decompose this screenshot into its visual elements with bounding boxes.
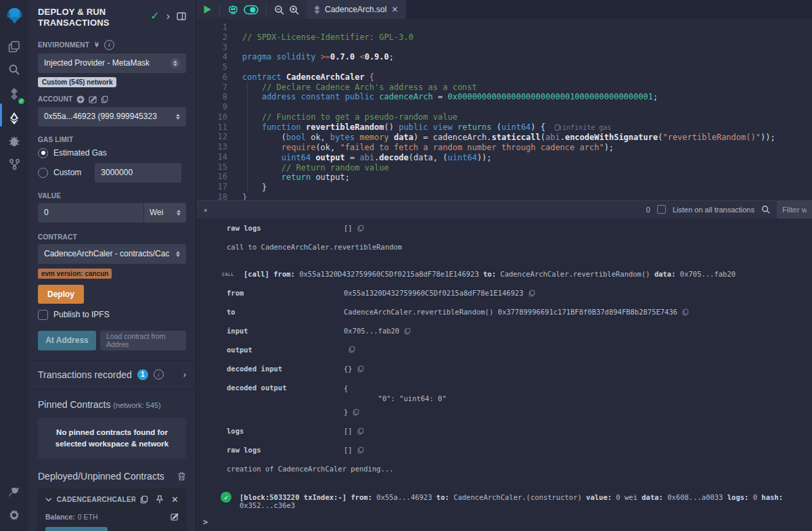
code-line: } <box>242 183 775 193</box>
listen-count: 0 <box>646 206 650 214</box>
trash-icon[interactable] <box>177 471 186 481</box>
code-line: contract CadenceArchCaler { <box>242 72 775 83</box>
terminal-kv-row: output <box>196 346 812 354</box>
terminal-filter-input[interactable] <box>777 200 812 218</box>
contract-function-button[interactable]: cadenceArch <box>45 527 108 531</box>
copilot-toggle-icon[interactable] <box>244 5 258 15</box>
code-line: // SPDX-License-Identifier: GPL-3.0 <box>242 32 775 43</box>
run-script-icon[interactable] <box>203 5 212 14</box>
plugin-manager-icon[interactable] <box>0 481 28 504</box>
select-arrows-icon <box>177 210 181 216</box>
transactions-info-icon[interactable]: i <box>154 369 164 379</box>
balance-label: Balance: <box>45 513 75 521</box>
estimated-gas-radio[interactable] <box>38 148 48 158</box>
code-content: // SPDX-License-Identifier: GPL-3.0 prag… <box>237 19 775 200</box>
custom-gas-label: Custom <box>53 168 81 177</box>
activity-bar: ✓ <box>0 0 28 531</box>
code-line <box>242 22 775 32</box>
ai-copilot-icon[interactable] <box>227 4 239 15</box>
plug-icon <box>93 41 100 48</box>
tab-label: CadenceArch.sol <box>325 5 386 14</box>
terminal-text-line: creation of CadenceArchCaler pending... <box>196 465 812 473</box>
at-address-input[interactable]: Load contract from Addres <box>100 331 186 350</box>
edit-balance-icon[interactable] <box>171 513 179 521</box>
copy-icon[interactable] <box>353 409 359 416</box>
add-account-icon[interactable] <box>76 95 85 103</box>
publish-ipfs-checkbox[interactable] <box>38 310 48 320</box>
terminal-header: ⌄⌄ 0 Listen on all transactions <box>196 200 812 218</box>
copy-icon[interactable] <box>357 225 364 232</box>
zoom-out-icon[interactable] <box>274 5 284 15</box>
pin-icon[interactable] <box>156 495 164 504</box>
custom-gas-input[interactable]: 3000000 <box>95 163 181 183</box>
chevron-down-icon[interactable] <box>45 497 52 502</box>
terminal-kv-row: raw logs[] <box>196 224 812 232</box>
terminal-output[interactable]: raw logs[]call to CadenceArchCaler.rever… <box>196 218 812 531</box>
pin-to-side-icon[interactable] <box>177 12 186 20</box>
copy-icon[interactable] <box>357 365 364 373</box>
custom-gas-radio[interactable] <box>38 168 48 178</box>
code-line: // Return random value <box>242 163 775 173</box>
deploy-run-icon[interactable] <box>0 107 28 130</box>
environment-select[interactable]: Injected Provider - MetaMask <box>38 53 186 73</box>
code-line <box>242 102 775 112</box>
file-explorer-icon[interactable] <box>0 35 28 58</box>
settings-icon[interactable] <box>0 504 28 527</box>
copy-icon[interactable] <box>528 290 535 297</box>
tab-cadencearch[interactable]: CadenceArch.sol ✕ <box>306 0 406 19</box>
terminal-prompt[interactable]: > <box>203 517 208 527</box>
account-select[interactable]: 0x55a...46923 (999.999945323 <box>38 107 186 126</box>
solidity-compiler-icon[interactable]: ✓ <box>0 81 28 107</box>
value-unit-select[interactable]: Wei <box>144 203 186 223</box>
code-line: // Declare Cadence Arch's address as a c… <box>242 83 775 93</box>
copy-icon[interactable] <box>404 327 411 335</box>
close-icon[interactable]: ✕ <box>171 494 179 505</box>
select-arrows-icon <box>171 58 180 68</box>
code-line: address constant public cadenceArch = 0x… <box>242 92 775 102</box>
deploy-run-panel: DEPLOY & RUN TRANSACTIONS ✓ › ENVIRONMEN… <box>28 0 196 531</box>
chevron-right-icon[interactable]: › <box>183 369 186 379</box>
terminal-kv-row: decoded input{} <box>196 365 812 373</box>
deployed-contracts-title: Deployed/Unpinned Contracts <box>38 471 164 482</box>
publish-ipfs-label: Publish to IPFS <box>53 310 110 319</box>
at-address-button[interactable]: At Address <box>38 331 96 350</box>
zoom-in-icon[interactable] <box>289 5 299 15</box>
debugger-icon[interactable] <box>0 130 28 153</box>
select-arrows-icon <box>176 251 180 257</box>
deployed-contract-card: CADENCEARCHCALER AT 0X ✕ Balance: 0 ETH … <box>38 488 186 531</box>
transactions-recorded-row[interactable]: Transactions recorded 1 i › <box>28 361 196 389</box>
code-editor[interactable]: 123456789101112131415161718 // SPDX-Lice… <box>196 19 812 200</box>
contract-select[interactable]: CadenceArchCaler - contracts/Cac <box>38 244 186 264</box>
environment-info-icon[interactable]: i <box>104 40 114 50</box>
listen-checkbox[interactable] <box>657 205 666 214</box>
network-badge: Custom (545) network <box>38 77 116 87</box>
transactions-recorded-label: Transactions recorded <box>38 369 132 380</box>
copy-account-icon[interactable] <box>101 95 108 103</box>
copy-icon[interactable] <box>140 495 148 504</box>
copy-icon[interactable] <box>357 446 364 454</box>
code-line: return output; <box>242 172 775 183</box>
sign-message-icon[interactable] <box>89 95 97 103</box>
terminal-kv-row: from0x55a1320D432759960C5Df0215a8dF78e1E… <box>196 289 812 297</box>
select-arrows-icon <box>176 114 180 120</box>
listen-label: Listen on all transactions <box>673 206 754 214</box>
terminal-search-icon <box>761 205 770 214</box>
code-line: function revertibleRandom() public view … <box>242 122 775 133</box>
git-icon[interactable] <box>0 153 28 176</box>
compile-success-badge: ✓ <box>17 97 26 106</box>
remix-logo[interactable] <box>0 0 28 30</box>
pinned-contracts-title: Pinned Contracts (network: 545) <box>28 390 196 410</box>
value-input[interactable]: 0 <box>38 203 143 223</box>
deploy-button[interactable]: Deploy <box>38 285 84 304</box>
tab-close-icon[interactable]: ✕ <box>391 5 398 14</box>
copy-icon[interactable] <box>357 428 364 435</box>
terminal-collapse-icon[interactable]: ⌄⌄ <box>196 207 215 212</box>
contract-label: CONTRACT <box>38 233 77 241</box>
remix-ide-window: ✓ DEPLOY & RUN TRANSACTIONS ✓ › E <box>0 0 812 531</box>
search-icon[interactable] <box>0 58 28 81</box>
code-line: (bool ok, bytes memory data) = cadenceAr… <box>242 133 775 143</box>
panel-collapse-icon[interactable]: › <box>166 10 170 22</box>
copy-icon[interactable] <box>348 346 355 353</box>
terminal-call-row: CALL[call] from: 0x55a1320D432759960C5Df… <box>196 270 812 278</box>
copy-icon[interactable] <box>682 308 689 316</box>
